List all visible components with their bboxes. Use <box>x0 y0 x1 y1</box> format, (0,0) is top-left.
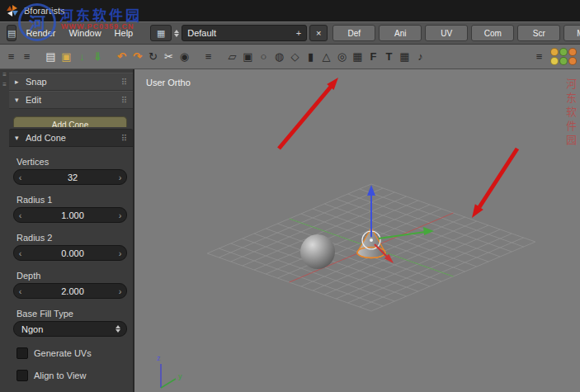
region-toggle-icon[interactable]: ≡ <box>2 71 7 78</box>
mini-axis-widget: z y <box>157 354 182 388</box>
base-fill-dropdown[interactable]: Ngon <box>13 321 127 337</box>
add-circle-icon[interactable]: ○ <box>256 49 271 65</box>
region-toggle-icon[interactable]: ≡ <box>2 81 7 88</box>
title-bar: Bforartists <box>0 0 580 21</box>
viewport-canvas[interactable]: z y <box>134 69 580 392</box>
layout-stepper-icon[interactable] <box>174 30 179 37</box>
screen-tab-def[interactable]: Def <box>332 25 375 41</box>
panel-add-cone-header[interactable]: ▾ Add Cone ⠿ <box>9 129 133 147</box>
generate-uvs-row[interactable]: Generate UVs <box>17 347 133 359</box>
increment-arrow-icon[interactable]: › <box>114 248 126 258</box>
layer-dot[interactable] <box>559 48 568 56</box>
layer-dot[interactable] <box>550 48 559 56</box>
add-icosphere-icon[interactable]: ◇ <box>287 49 303 65</box>
layer-dot[interactable] <box>568 48 577 56</box>
collapse-arrow-icon[interactable]: ▾ <box>15 134 21 142</box>
screen-layout-group: ▦ Default + × <box>150 25 328 41</box>
region-edge-strip: ≡ ≡ <box>0 71 9 88</box>
panel-grip-icon[interactable]: ⠿ <box>121 96 127 105</box>
radius2-field[interactable]: ‹ 0.000 › <box>13 245 127 261</box>
axis-z-label: z <box>157 354 161 362</box>
screen-tab-uv[interactable]: UV <box>425 25 468 41</box>
vertices-field[interactable]: ‹ 32 › <box>13 169 127 185</box>
editor-type-icon[interactable]: ▤ <box>7 25 17 41</box>
decrement-arrow-icon[interactable]: ‹ <box>14 210 26 220</box>
redo-icon[interactable]: ↷ <box>130 49 145 65</box>
gizmo-z-axis-arrow[interactable] <box>367 185 375 237</box>
menu-icon[interactable]: ≡ <box>19 49 35 65</box>
delete-layout-button[interactable]: × <box>309 25 328 41</box>
decrement-arrow-icon[interactable]: ‹ <box>14 248 26 258</box>
panel-snap-header[interactable]: ▸ Snap ⠿ <box>9 73 133 91</box>
add-cone-icon[interactable]: △ <box>318 49 334 65</box>
align-to-view-row[interactable]: Align to View <box>17 370 133 381</box>
radius1-label: Radius 1 <box>17 195 133 205</box>
add-plane-icon[interactable]: ▱ <box>224 49 240 65</box>
menu-render[interactable]: Render <box>21 28 59 38</box>
menu-icon[interactable]: ≡ <box>3 49 19 65</box>
paste-icon[interactable]: ▤ <box>43 49 59 65</box>
panel-grip-icon[interactable]: ⠿ <box>121 78 127 87</box>
menu-bar: ▤ Render Window Help ▦ Default + × Def A… <box>0 21 580 45</box>
generate-uvs-checkbox[interactable] <box>17 347 28 359</box>
screen-tab-ani[interactable]: Ani <box>379 25 422 41</box>
add-grid-icon[interactable]: ▦ <box>350 49 365 65</box>
view-mode-label: User Ortho <box>146 78 191 87</box>
screen-tabs: Def Ani UV Com Scr MoT <box>332 25 580 41</box>
screen-tab-mot[interactable]: MoT <box>563 25 580 41</box>
save-icon[interactable]: ↓ <box>74 49 90 65</box>
sphere-object[interactable] <box>300 234 335 269</box>
base-fill-type-label: Base Fill Type <box>17 309 133 319</box>
undo-icon[interactable]: ↶ <box>114 49 130 65</box>
align-to-view-checkbox[interactable] <box>17 370 28 381</box>
add-lattice-icon[interactable]: ▦ <box>397 49 413 65</box>
decrement-arrow-icon[interactable]: ‹ <box>14 172 26 182</box>
increment-arrow-icon[interactable]: › <box>114 286 126 296</box>
add-text-icon[interactable]: F <box>365 49 381 65</box>
scissors-icon[interactable]: ✂ <box>161 49 177 65</box>
collapse-arrow-icon[interactable]: ▾ <box>15 96 21 104</box>
menu-icon[interactable]: ≡ <box>531 49 547 65</box>
folder-icon[interactable]: ▣ <box>59 49 74 65</box>
add-speaker-icon[interactable]: ♪ <box>413 49 428 65</box>
add-font-icon[interactable]: T <box>381 49 397 65</box>
menu-window[interactable]: Window <box>64 28 105 38</box>
layout-browse-icon[interactable]: ▦ <box>150 25 172 41</box>
render-camera-icon[interactable]: ◉ <box>177 49 192 65</box>
radius1-field[interactable]: ‹ 1.000 › <box>13 207 127 223</box>
metaball-dots-icon[interactable] <box>549 48 577 66</box>
collapse-arrow-icon[interactable]: ▸ <box>15 78 21 86</box>
panel-title: Add Cone <box>26 133 66 143</box>
add-torus-icon[interactable]: ◎ <box>334 49 350 65</box>
panel-title: Edit <box>26 95 41 105</box>
increment-arrow-icon[interactable]: › <box>114 210 126 220</box>
menu-help[interactable]: Help <box>111 28 138 38</box>
add-cylinder-icon[interactable]: ▮ <box>303 49 318 65</box>
3d-viewport[interactable]: z y User Ortho <box>134 69 580 392</box>
depth-value: 2.000 <box>26 286 114 296</box>
layout-name-value: Default <box>187 28 293 38</box>
panel-edit-header[interactable]: ▾ Edit ⠿ <box>9 91 133 109</box>
panel-grip-icon[interactable]: ⠿ <box>121 134 127 143</box>
screen-tab-com[interactable]: Com <box>471 25 514 41</box>
depth-field[interactable]: ‹ 2.000 › <box>13 283 127 299</box>
gizmo-center-dot[interactable] <box>370 239 373 242</box>
tool-shelf: ≡ ≡ ▸ Snap ⠿ ▾ Edit ⠿ Add Cone ▾ Add Con… <box>0 69 134 392</box>
axis-y-label: y <box>178 372 182 380</box>
layer-dot[interactable] <box>559 57 568 65</box>
decrement-arrow-icon[interactable]: ‹ <box>14 286 26 296</box>
add-layout-button[interactable]: + <box>293 28 301 38</box>
layer-dot[interactable] <box>550 57 559 65</box>
append-icon[interactable]: ⇓ <box>90 49 106 65</box>
repeat-history-icon[interactable]: ↻ <box>145 49 161 65</box>
add-sphere-icon[interactable]: ◍ <box>271 49 287 65</box>
add-cone-operator-button[interactable]: Add Cone <box>13 116 127 127</box>
add-cube-icon[interactable]: ▣ <box>240 49 256 65</box>
bforartists-window: Bforartists ▤ Render Window Help ▦ Defau… <box>0 0 580 392</box>
menu-icon[interactable]: ≡ <box>200 49 216 65</box>
layer-dot[interactable] <box>568 57 577 65</box>
layout-name-field[interactable]: Default + <box>182 25 307 41</box>
align-to-view-label: Align to View <box>34 371 86 380</box>
screen-tab-scr[interactable]: Scr <box>517 25 560 41</box>
increment-arrow-icon[interactable]: › <box>114 172 126 182</box>
